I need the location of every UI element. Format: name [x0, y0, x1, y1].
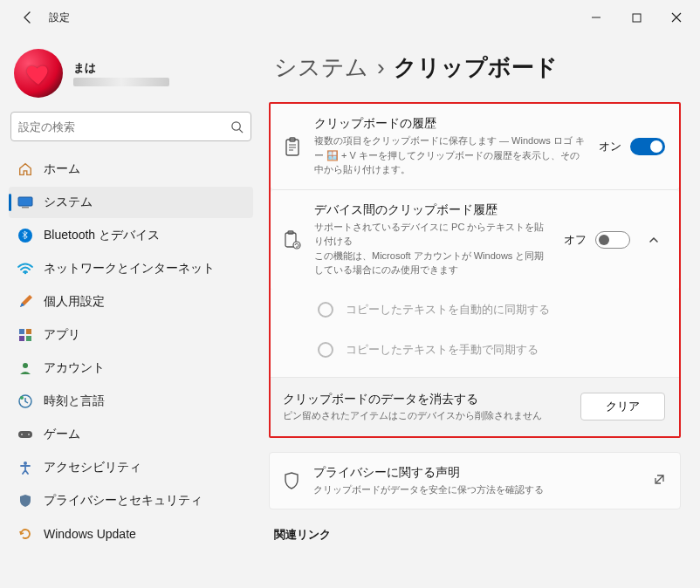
- sidebar-item-label: システム: [44, 195, 93, 210]
- toggle-state-label: オン: [599, 139, 621, 154]
- sidebar-item-time[interactable]: 時刻と言語: [9, 386, 253, 417]
- titlebar: 設定: [0, 0, 700, 35]
- arrow-left-icon: [21, 10, 35, 24]
- back-button[interactable]: [14, 3, 42, 31]
- breadcrumb: システム › クリップボード: [269, 52, 681, 83]
- card-privacy[interactable]: プライバシーに関する声明 クリップボードがデータを安全に保つ方法を確認する: [269, 452, 681, 510]
- sidebar-item-privacy[interactable]: プライバシーとセキュリティ: [9, 485, 253, 516]
- toggle-state-label: オフ: [564, 232, 587, 248]
- apps-icon: [17, 327, 33, 343]
- close-button[interactable]: [656, 3, 697, 31]
- shield-icon: [17, 493, 33, 509]
- search-icon: [230, 120, 244, 133]
- card-body: デバイス間のクリップボード履歴 サポートされているデバイスに PC からテキスト…: [314, 202, 552, 277]
- sidebar-item-network[interactable]: ネットワークとインターネット: [9, 253, 253, 284]
- svg-rect-11: [26, 336, 31, 341]
- gaming-icon: [17, 427, 33, 442]
- toggle-clipboard-sync: オフ: [564, 231, 630, 249]
- svg-rect-5: [22, 207, 29, 209]
- radio-icon: [318, 342, 333, 358]
- radio-label: コピーしたテキストを手動で同期する: [346, 342, 539, 358]
- related-links-heading: 関連リンク: [269, 527, 681, 543]
- update-icon: [17, 526, 33, 542]
- sidebar: まは ホーム システム Bluetooth とデバイス ネット: [0, 35, 262, 588]
- account-icon: [17, 360, 33, 376]
- sidebar-item-gaming[interactable]: ゲーム: [9, 419, 253, 450]
- search-input[interactable]: [18, 120, 230, 133]
- sidebar-item-accessibility[interactable]: アクセシビリティ: [9, 452, 253, 483]
- clear-description: ピン留めされたアイテムはこのデバイスから削除されません: [283, 409, 568, 422]
- svg-line-3: [239, 129, 243, 133]
- sidebar-item-label: アクセシビリティ: [44, 460, 141, 475]
- sidebar-item-label: Bluetooth とデバイス: [44, 228, 160, 243]
- profile-email: [73, 78, 169, 86]
- card-clipboard-sync: デバイス間のクリップボード履歴 サポートされているデバイスに PC からテキスト…: [271, 190, 679, 290]
- sidebar-item-label: アプリ: [44, 327, 80, 343]
- svg-rect-15: [18, 431, 32, 438]
- toggle-switch[interactable]: [595, 231, 630, 249]
- card-title: クリップボードの履歴: [314, 116, 587, 132]
- home-icon: [17, 161, 33, 177]
- svg-rect-4: [18, 197, 32, 206]
- system-icon: [17, 195, 33, 210]
- toggle-switch[interactable]: [630, 138, 665, 155]
- clock-icon: [17, 393, 33, 409]
- svg-point-7: [24, 272, 27, 275]
- sidebar-item-label: 個人用設定: [44, 294, 105, 310]
- svg-point-16: [21, 434, 23, 435]
- wifi-icon: [17, 261, 33, 277]
- toggle-clipboard-history: オン: [599, 138, 665, 155]
- avatar: [14, 49, 63, 98]
- card-clipboard-history: クリップボードの履歴 複数の項目をクリップボードに保存します — Windows…: [271, 104, 679, 190]
- sidebar-item-personalization[interactable]: 個人用設定: [9, 286, 253, 318]
- clear-button[interactable]: クリア: [580, 393, 665, 420]
- sidebar-item-label: Windows Update: [44, 527, 136, 541]
- card-body: プライバシーに関する声明 クリップボードがデータを安全に保つ方法を確認する: [313, 465, 641, 497]
- sidebar-item-label: ネットワークとインターネット: [44, 261, 215, 277]
- accessibility-icon: [17, 460, 33, 475]
- clipboard-icon: [283, 137, 302, 156]
- maximize-button[interactable]: [616, 3, 656, 31]
- search-box[interactable]: [10, 112, 251, 141]
- profile-name: まは: [73, 60, 169, 76]
- card-title: プライバシーに関する声明: [313, 465, 641, 481]
- breadcrumb-separator: ›: [377, 54, 385, 81]
- profile[interactable]: まは: [9, 42, 253, 112]
- maximize-icon: [632, 13, 642, 23]
- nav: ホーム システム Bluetooth とデバイス ネットワークとインターネット …: [9, 154, 253, 550]
- privacy-shield-icon: [282, 472, 301, 489]
- card-description: サポートされているデバイスに PC からテキストを貼り付ける この機能は、Mic…: [314, 220, 552, 277]
- window-controls: [576, 3, 697, 31]
- clear-title: クリップボードのデータを消去する: [283, 392, 568, 407]
- close-icon: [671, 12, 682, 23]
- external-link-icon: [653, 473, 666, 489]
- sidebar-item-bluetooth[interactable]: Bluetooth とデバイス: [9, 220, 253, 251]
- clear-body: クリップボードのデータを消去する ピン留めされたアイテムはこのデバイスから削除さ…: [283, 392, 568, 422]
- clipboard-sync-icon: [283, 230, 302, 250]
- svg-rect-1: [633, 14, 641, 22]
- breadcrumb-parent[interactable]: システム: [274, 52, 368, 83]
- svg-point-26: [293, 242, 300, 249]
- svg-point-2: [232, 121, 240, 129]
- sidebar-item-home[interactable]: ホーム: [9, 154, 253, 185]
- highlighted-region: クリップボードの履歴 複数の項目をクリップボードに保存します — Windows…: [269, 102, 681, 438]
- sidebar-item-update[interactable]: Windows Update: [9, 518, 253, 550]
- clear-clipboard-section: クリップボードのデータを消去する ピン留めされたアイテムはこのデバイスから削除さ…: [271, 378, 679, 427]
- card-title: デバイス間のクリップボード履歴: [314, 202, 552, 218]
- expand-button[interactable]: [642, 234, 665, 246]
- sidebar-item-label: アカウント: [44, 360, 105, 376]
- bluetooth-icon: [17, 228, 33, 243]
- minimize-button[interactable]: [576, 3, 616, 31]
- sidebar-item-label: ホーム: [44, 161, 80, 177]
- sidebar-item-label: プライバシーとセキュリティ: [44, 493, 202, 509]
- brush-icon: [17, 294, 33, 310]
- radio-label: コピーしたテキストを自動的に同期する: [346, 302, 550, 318]
- sidebar-item-system[interactable]: システム: [9, 187, 253, 218]
- sync-option-auto: コピーしたテキストを自動的に同期する: [271, 290, 679, 330]
- svg-point-14: [20, 396, 24, 400]
- card-body: クリップボードの履歴 複数の項目をクリップボードに保存します — Windows…: [314, 116, 587, 177]
- breadcrumb-current: クリップボード: [394, 52, 558, 83]
- sidebar-item-label: 時刻と言語: [44, 393, 105, 409]
- sidebar-item-accounts[interactable]: アカウント: [9, 352, 253, 384]
- sidebar-item-apps[interactable]: アプリ: [9, 319, 253, 351]
